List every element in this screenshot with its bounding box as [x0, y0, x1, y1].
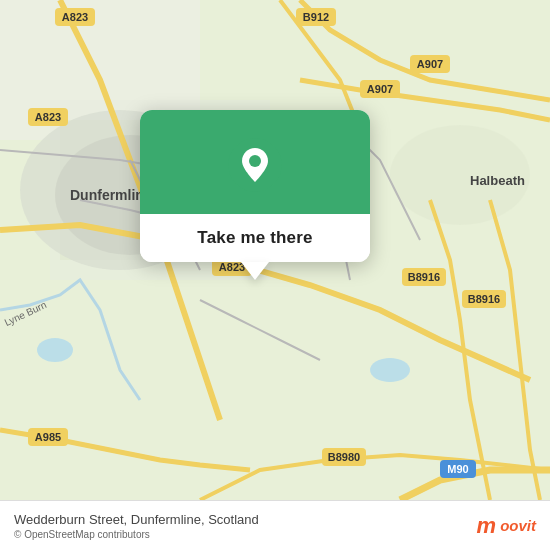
take-me-there-button[interactable]: Take me there [197, 228, 312, 248]
svg-text:B8916: B8916 [468, 293, 500, 305]
popup-card: Take me there [140, 110, 370, 262]
svg-text:A985: A985 [35, 431, 61, 443]
svg-text:Halbeath: Halbeath [470, 173, 525, 188]
svg-point-32 [37, 338, 73, 362]
popup-top [140, 110, 370, 214]
svg-text:M90: M90 [447, 463, 468, 475]
map-container: A823 A823 B912 A907 A907 A823 B8916 B891… [0, 0, 550, 500]
footer: Wedderburn Street, Dunfermline, Scotland… [0, 500, 550, 550]
location-pin-icon [228, 138, 282, 192]
address-text: Wedderburn Street, Dunfermline, Scotland [14, 512, 259, 527]
popup-bottom: Take me there [140, 214, 370, 262]
svg-text:B8980: B8980 [328, 451, 360, 463]
moovit-m-icon: m [477, 513, 497, 539]
svg-text:A907: A907 [367, 83, 393, 95]
svg-text:B8916: B8916 [408, 271, 440, 283]
svg-text:A907: A907 [417, 58, 443, 70]
svg-point-33 [370, 358, 410, 382]
svg-text:B912: B912 [303, 11, 329, 23]
footer-left: Wedderburn Street, Dunfermline, Scotland… [14, 512, 259, 540]
copyright-text: © OpenStreetMap contributors [14, 529, 259, 540]
moovit-logo: m oovit [477, 513, 536, 539]
svg-text:A823: A823 [62, 11, 88, 23]
moovit-word: oovit [500, 517, 536, 534]
svg-text:A823: A823 [35, 111, 61, 123]
svg-point-35 [249, 155, 261, 167]
